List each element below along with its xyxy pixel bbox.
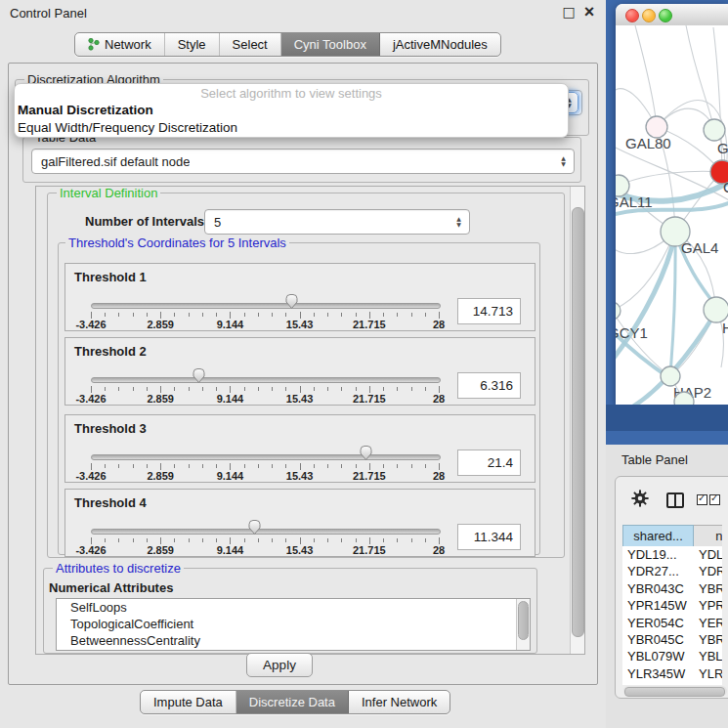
attribute-list-item[interactable]: TopologicalCoefficient (57, 616, 530, 632)
apply-button[interactable]: Apply (246, 653, 313, 677)
threshold-value-field[interactable]: 14.713 (457, 298, 521, 324)
list-scrollbar-thumb[interactable] (518, 601, 529, 640)
cell-shared-name[interactable]: YLR345W (622, 665, 692, 682)
number-of-intervals-value: 5 (214, 215, 221, 230)
tab-network[interactable]: Network (75, 33, 165, 56)
close-icon[interactable] (581, 4, 597, 21)
table-row[interactable]: YBL079WYBL0 (622, 648, 722, 664)
table-horizontal-scrollbar-thumb[interactable] (624, 687, 725, 697)
tab-cyni-toolbox[interactable]: Cyni Toolbox (281, 33, 380, 56)
slider-tick-label: 2.859 (147, 393, 174, 405)
cell-shared-name[interactable]: YPR145W (622, 597, 692, 614)
attribute-list-item[interactable]: BetweennessCentrality (57, 632, 530, 649)
column-header-name[interactable]: na... (694, 525, 722, 548)
tab-impute-data[interactable]: Impute Data (141, 691, 236, 713)
table-row[interactable]: YBR045CYBR0 (622, 631, 722, 648)
cell-name[interactable]: YDR2 (692, 563, 722, 579)
slider-tick-label: 15.43 (286, 393, 314, 405)
attribute-list-item[interactable]: SelfLoops (57, 599, 530, 616)
slider-minor-tick (327, 538, 328, 542)
node-table-container: shared... na... YDL19...YDL1YDR27...YDR2… (615, 476, 728, 699)
checkboxes-icon[interactable] (697, 493, 722, 508)
tab-discretize-data[interactable]: Discretize Data (236, 691, 349, 713)
cell-shared-name[interactable]: YIL052C (622, 682, 692, 685)
close-traffic-light-icon[interactable] (625, 9, 639, 22)
dropdown-option[interactable]: Manual Discretization (15, 102, 568, 119)
cell-name[interactable]: YBR0 (692, 580, 722, 597)
cell-name[interactable]: YER0 (692, 615, 722, 631)
tab-select[interactable]: Select (220, 33, 281, 56)
minimize-traffic-light-icon[interactable] (642, 9, 656, 22)
network-edge-highlighted[interactable] (616, 234, 675, 367)
column-header-shared-name[interactable]: shared... (622, 525, 694, 548)
slider-thumb[interactable] (192, 367, 206, 384)
table-data-combobox[interactable]: galFiltered.sif default node (31, 149, 575, 174)
network-node-label: GAL80 (625, 135, 671, 151)
slider-thumb[interactable] (247, 519, 262, 535)
threshold-value-field[interactable]: 6.316 (457, 372, 521, 399)
network-window-titlebar[interactable] (616, 4, 728, 26)
tab-infer-network[interactable]: Infer Network (349, 691, 450, 713)
table-row[interactable]: YDL19...YDL1 (622, 546, 722, 563)
slider-tick-label: 21.715 (353, 393, 386, 405)
cell-shared-name[interactable]: YBR043C (622, 580, 692, 597)
table-row[interactable]: YER054CYER0 (622, 615, 722, 631)
tab-style[interactable]: Style (165, 33, 220, 56)
network-edge[interactable] (686, 25, 714, 130)
float-window-icon[interactable] (561, 4, 577, 21)
zoom-traffic-light-icon[interactable] (659, 9, 672, 22)
slider-track[interactable] (91, 303, 441, 309)
threshold-value-field[interactable]: 11.344 (457, 524, 521, 550)
tab-jactivemnodules[interactable]: jActiveMNodules (380, 33, 500, 56)
slider-minor-tick (133, 464, 134, 468)
table-row[interactable]: YPR145WYPR1 (622, 597, 722, 614)
table-row[interactable]: YBR043CYBR0 (622, 580, 722, 597)
network-node-hap2[interactable] (661, 366, 680, 386)
cell-name[interactable]: YBR0 (692, 631, 722, 648)
cell-name[interactable]: YDL1 (692, 546, 722, 563)
network-canvas[interactable]: GAL80GACGAL11GAL4GCY1HHAP2 (616, 25, 728, 405)
cell-shared-name[interactable]: YBR045C (622, 631, 692, 648)
cell-shared-name[interactable]: YDL19... (622, 546, 692, 563)
pane-scrollbar[interactable] (570, 187, 584, 654)
slider-track[interactable] (91, 377, 441, 383)
slider-minor-tick (216, 464, 217, 468)
number-of-intervals-combobox[interactable]: 5 (204, 209, 470, 235)
gear-icon[interactable] (631, 490, 649, 510)
slider-thumb[interactable] (284, 293, 299, 310)
table-horizontal-scrollbar[interactable] (623, 686, 727, 696)
slider-track[interactable] (91, 454, 441, 460)
network-edge[interactable] (635, 25, 657, 127)
slider-track[interactable] (91, 529, 441, 535)
slider-major-tick (300, 463, 301, 470)
threshold-card: Threshold 2-3.4262.8599.14415.4321.71528… (64, 337, 535, 406)
network-node-gcy1[interactable] (616, 302, 621, 320)
threshold-value-field[interactable]: 21.4 (457, 450, 521, 476)
list-scrollbar[interactable] (516, 599, 530, 650)
pane-scrollbar-thumb[interactable] (572, 207, 584, 637)
network-node-ga[interactable] (704, 119, 725, 141)
cell-name[interactable]: YLR3 (692, 665, 722, 682)
slider-minor-tick (147, 538, 148, 542)
cell-shared-name[interactable]: YBL079W (622, 648, 692, 664)
dropdown-option[interactable]: Equal Width/Frequency Discretization (15, 119, 568, 137)
slider-major-tick (439, 463, 440, 470)
table-row[interactable]: YIL052CYIL0 (622, 682, 722, 685)
combo-stepper-icon[interactable] (452, 214, 465, 230)
slider-thumb[interactable] (359, 445, 373, 461)
numerical-attributes-list[interactable]: SelfLoopsTopologicalCoefficientBetweenne… (56, 598, 531, 651)
cell-shared-name[interactable]: YER054C (622, 615, 692, 631)
columns-icon[interactable] (666, 492, 684, 508)
settings-scrollpane: Interval Definition Number of Intervals … (35, 186, 585, 655)
cell-name[interactable]: YBL0 (692, 648, 722, 664)
threshold-card: Threshold 3-3.4262.8599.14415.4321.71528… (64, 414, 535, 483)
slider-minor-tick (383, 538, 384, 542)
table-row[interactable]: YLR345WYLR3 (622, 665, 722, 682)
cell-name[interactable]: YPR1 (692, 597, 722, 614)
cell-name[interactable]: YIL0 (692, 682, 722, 685)
combo-stepper-icon[interactable] (557, 153, 570, 169)
cell-shared-name[interactable]: YDR27... (622, 563, 692, 579)
table-row[interactable]: YDR27...YDR2 (622, 563, 722, 579)
slider-tick-label: 15.43 (286, 319, 314, 330)
slider-minor-tick (327, 464, 328, 468)
